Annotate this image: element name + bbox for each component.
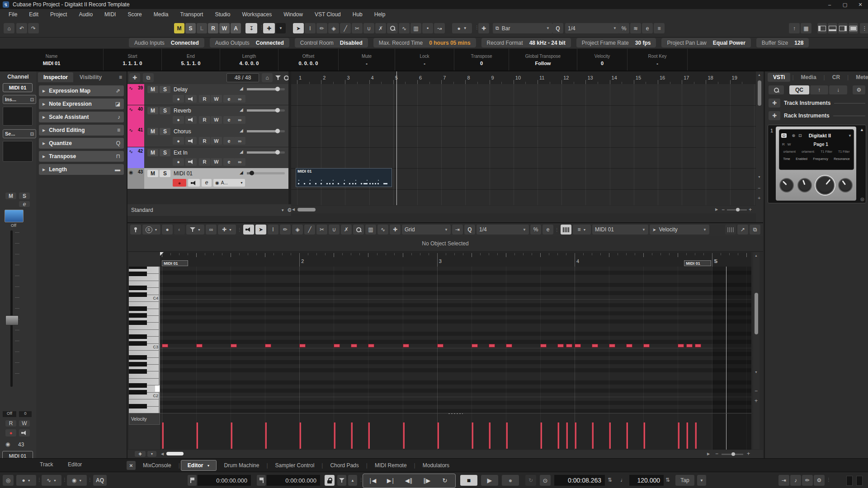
filter-button[interactable]: ▼	[186, 225, 204, 235]
mute-tool-icon[interactable]: ✗	[344, 226, 349, 233]
split-tool-icon[interactable]: ✂	[355, 25, 359, 32]
midi-note[interactable]	[678, 344, 684, 347]
snap-button[interactable]: ✚	[390, 225, 401, 235]
info-field-transpose[interactable]: Transpose0	[454, 49, 509, 70]
automation-r-button[interactable]: R	[208, 23, 218, 33]
power-icon[interactable]: ⊙	[781, 133, 787, 138]
mute-button[interactable]: M	[147, 128, 158, 135]
knob-2[interactable]	[797, 178, 812, 192]
velocity-bar[interactable]	[437, 422, 439, 449]
info-field-root-key[interactable]: Root Key-	[627, 49, 688, 70]
midi-note[interactable]	[566, 344, 572, 347]
snap-follow-button[interactable]: ✚	[263, 23, 275, 33]
close-zone-button[interactable]: ✕	[127, 461, 136, 470]
track-preset-row[interactable]: Standard▼⚙	[127, 204, 296, 216]
split-tool-button[interactable]: ✂	[352, 23, 363, 33]
maximize-button[interactable]: ▢	[837, 0, 853, 9]
info-field-global-transpose[interactable]: Global TransposeFollow	[509, 49, 577, 70]
stop-button[interactable]: ■	[460, 475, 477, 486]
arrange-grid[interactable]: MIDI 01	[291, 84, 756, 205]
draw-tool-button[interactable]: ✏	[316, 23, 327, 33]
knob-4[interactable]	[838, 178, 853, 192]
freeze-icon[interactable]: ⊛	[791, 133, 797, 138]
split-tool-button[interactable]: ✂	[316, 225, 327, 235]
hand-tool-icon[interactable]: ∿	[402, 25, 406, 32]
instrument-name[interactable]: Digitakt II	[809, 133, 831, 138]
zoom-out-icon[interactable]: −	[715, 450, 718, 457]
add-lane-button[interactable]: ✚	[135, 451, 146, 457]
black-key[interactable]	[129, 341, 147, 346]
fader-handle[interactable]	[5, 315, 19, 325]
hand-tool-button[interactable]: ∿	[399, 23, 410, 33]
cycle-button[interactable]: ↻	[437, 475, 453, 486]
agents-icon[interactable]: ⌂	[265, 75, 269, 81]
output-icon[interactable]: ⊡	[797, 133, 803, 138]
black-key[interactable]	[129, 286, 147, 290]
black-key[interactable]	[129, 320, 147, 325]
snap-button[interactable]: ✚	[478, 23, 489, 33]
inspector-menu-icon[interactable]: ≡	[119, 74, 125, 80]
vzoom-out-icon[interactable]: −	[755, 388, 758, 394]
channel-solo-button[interactable]: S	[19, 192, 30, 199]
menu-score[interactable]: Score	[122, 11, 147, 18]
midi-note[interactable]	[299, 344, 306, 347]
track-row-delay[interactable]: ∿39MSDelay◢●RWe∞	[127, 84, 288, 105]
part-select[interactable]: MIDI 01▼	[592, 225, 648, 235]
black-key[interactable]	[129, 355, 147, 360]
scroll-right-icon[interactable]: ▶	[707, 452, 710, 456]
find-instrument-button[interactable]	[769, 85, 784, 94]
comp-tool-icon[interactable]: ▥	[413, 25, 418, 32]
comp-tool-button[interactable]: ▥	[365, 225, 376, 235]
more-button[interactable]: ⋮	[860, 23, 868, 33]
black-key[interactable]	[129, 362, 147, 366]
info-field-offset[interactable]: Offset0. 0. 0. 0	[278, 49, 339, 70]
velocity-bar[interactable]	[231, 422, 232, 449]
pool-icon[interactable]: ▦	[803, 25, 808, 32]
autoscroll-icon[interactable]: ↧	[249, 25, 254, 32]
midi-note[interactable]	[437, 344, 443, 347]
layout-left-button[interactable]	[817, 23, 827, 33]
velocity-bar[interactable]	[566, 422, 568, 449]
arrange-area[interactable]: 12345678910111213141516171819MIDI 01◀▶−+	[291, 71, 756, 222]
qc-button[interactable]: QC	[789, 85, 809, 94]
grid-type-select[interactable]: ⧉Bar▼	[493, 23, 552, 33]
iterative-quantize-button[interactable]: %	[618, 23, 629, 33]
volume-slider[interactable]	[247, 88, 285, 90]
midi-note[interactable]	[472, 344, 478, 347]
volume-knob[interactable]	[275, 129, 280, 133]
info-field-start[interactable]: Start1. 1. 1. 0	[104, 49, 162, 70]
swing-button[interactable]: ≋	[630, 23, 641, 33]
read-button[interactable]: R	[199, 137, 210, 145]
midi-note[interactable]	[592, 344, 598, 347]
scroll-right-icon[interactable]: ▶	[715, 207, 718, 211]
black-key[interactable]	[129, 390, 147, 394]
vzoom-in-icon[interactable]: +	[758, 195, 760, 201]
annotate-icon[interactable]: ✏	[805, 477, 810, 483]
tab-visibility[interactable]: Visibility	[74, 72, 107, 82]
range-tool-icon[interactable]: I	[309, 25, 311, 32]
editor-ruler[interactable]: 2345MIDI 01MIDI 015	[160, 252, 751, 267]
read-button[interactable]: R	[199, 116, 210, 124]
velocity-bar[interactable]	[334, 422, 335, 449]
automation-l-button[interactable]: L	[197, 23, 207, 33]
edit-button[interactable]: e	[202, 179, 212, 187]
velocity-bar[interactable]	[609, 422, 611, 449]
section-scale-assistant[interactable]: ▶Scale Assistant♪	[39, 112, 124, 122]
filter-icon[interactable]	[275, 75, 281, 80]
grid-match-button[interactable]: ⇥	[452, 225, 463, 235]
midi-note[interactable]	[540, 344, 547, 347]
monitor-button[interactable]	[19, 429, 30, 436]
volume-slider[interactable]	[247, 151, 285, 154]
add-rack-instruments-button[interactable]: ✚	[769, 111, 780, 120]
snap-icon[interactable]: ✚	[393, 226, 397, 233]
menu-studio[interactable]: Studio	[209, 11, 236, 18]
track-agents-button[interactable]: ⌂	[262, 73, 273, 82]
velocity-bar[interactable]	[472, 422, 473, 449]
lanes-icon[interactable]: ≡	[657, 25, 660, 32]
move-mode-icon[interactable]: ✚	[222, 226, 226, 233]
tab-vsti[interactable]: VSTi	[768, 73, 790, 82]
velocity-bar[interactable]	[695, 422, 697, 449]
primary-time-display[interactable]: 0:00:08.263	[554, 475, 605, 486]
snap-follow-icon[interactable]: ✚	[267, 25, 271, 32]
collapse-button[interactable]: ▲	[860, 127, 864, 132]
